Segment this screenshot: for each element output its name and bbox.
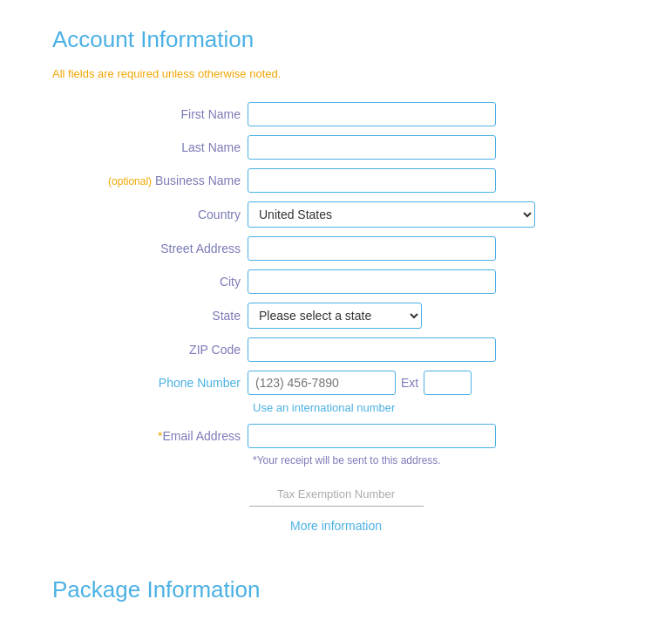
- required-note: All fields are required unless otherwise…: [52, 67, 620, 80]
- last-name-label: Last Name: [52, 131, 244, 164]
- country-cell: United States Canada United Kingdom Aust…: [244, 197, 620, 232]
- street-address-label: Street Address: [52, 232, 244, 265]
- city-input[interactable]: [248, 269, 496, 294]
- intl-number-link[interactable]: Use an international number: [253, 401, 620, 414]
- phone-row-container: Ext: [248, 371, 616, 395]
- account-title: Account Information: [52, 26, 620, 53]
- city-cell: [244, 265, 620, 298]
- last-name-input[interactable]: [248, 135, 496, 160]
- zip-code-row: ZIP Code: [52, 333, 620, 366]
- email-form: *Email Address: [52, 419, 620, 453]
- state-select[interactable]: Please select a state Alabama Alaska Ari…: [248, 303, 422, 329]
- ext-input[interactable]: [424, 371, 472, 395]
- business-name-row: (optional) Business Name: [52, 164, 620, 197]
- package-section: Package Information: [52, 576, 620, 603]
- last-name-cell: [244, 131, 620, 164]
- country-label: Country: [52, 197, 244, 232]
- street-address-cell: [244, 232, 620, 265]
- first-name-cell: [244, 98, 620, 131]
- street-address-row: Street Address: [52, 232, 620, 265]
- email-label: *Email Address: [52, 419, 244, 453]
- country-select[interactable]: United States Canada United Kingdom Aust…: [248, 201, 535, 228]
- optional-tag: (optional): [108, 175, 152, 187]
- business-name-text: Business Name: [155, 174, 241, 187]
- business-name-cell: [244, 164, 620, 197]
- tax-label: Tax Exemption Number: [52, 487, 620, 500]
- country-row: Country United States Canada United King…: [52, 197, 620, 232]
- last-name-row: Last Name: [52, 131, 620, 164]
- state-cell: Please select a state Alabama Alaska Ari…: [244, 298, 620, 333]
- first-name-row: First Name: [52, 98, 620, 131]
- state-row: State Please select a state Alabama Alas…: [52, 298, 620, 333]
- state-label: State: [52, 298, 244, 333]
- business-name-label: (optional) Business Name: [52, 164, 244, 197]
- zip-code-input[interactable]: [248, 337, 496, 362]
- email-label-text: Email Address: [163, 429, 241, 443]
- more-info-link[interactable]: More information: [52, 519, 620, 533]
- city-row: City: [52, 265, 620, 298]
- tax-section: Tax Exemption Number More information: [52, 487, 620, 533]
- email-cell: [244, 419, 620, 453]
- first-name-input[interactable]: [248, 102, 496, 126]
- phone-number-cell: Ext: [244, 366, 620, 399]
- first-name-label: First Name: [52, 98, 244, 131]
- city-label: City: [52, 265, 244, 298]
- phone-number-row: Phone Number Ext: [52, 366, 620, 399]
- email-receipt-note: *Your receipt will be sent to this addre…: [253, 454, 620, 466]
- email-row: *Email Address: [52, 419, 620, 453]
- street-address-input[interactable]: [248, 236, 496, 261]
- business-name-input[interactable]: [248, 168, 496, 193]
- package-title: Package Information: [52, 576, 620, 603]
- phone-number-label: Phone Number: [52, 366, 244, 399]
- account-form: First Name Last Name (optional) Business…: [52, 98, 620, 399]
- tax-input-line[interactable]: [249, 506, 424, 507]
- zip-code-label: ZIP Code: [52, 333, 244, 366]
- email-input[interactable]: [248, 424, 496, 448]
- zip-code-cell: [244, 333, 620, 366]
- phone-number-input[interactable]: [248, 371, 396, 395]
- ext-label: Ext: [401, 376, 418, 390]
